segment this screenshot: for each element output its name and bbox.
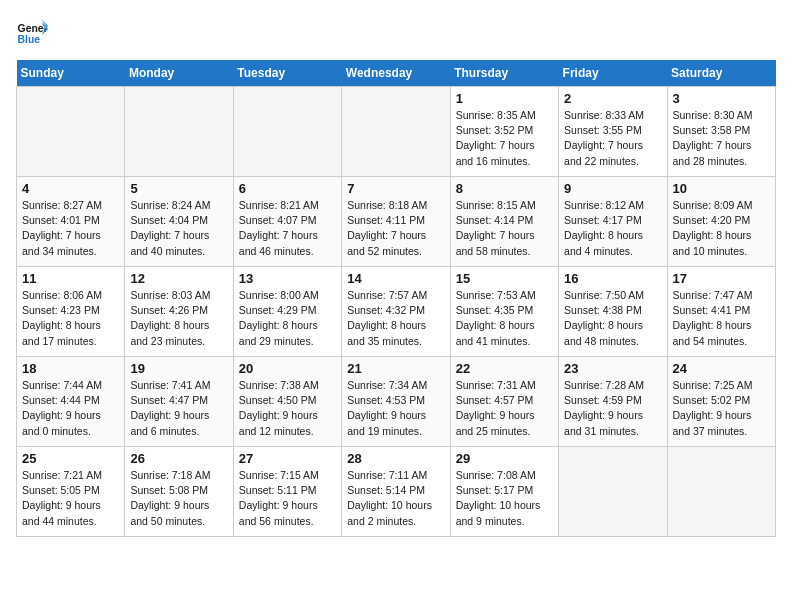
day-info: Sunrise: 7:31 AMSunset: 4:57 PMDaylight:…	[456, 378, 553, 439]
day-info: Sunrise: 8:03 AMSunset: 4:26 PMDaylight:…	[130, 288, 227, 349]
day-number: 6	[239, 181, 336, 196]
calendar-cell: 27Sunrise: 7:15 AMSunset: 5:11 PMDayligh…	[233, 447, 341, 537]
day-number: 24	[673, 361, 770, 376]
day-info: Sunrise: 8:35 AMSunset: 3:52 PMDaylight:…	[456, 108, 553, 169]
day-number: 10	[673, 181, 770, 196]
day-number: 14	[347, 271, 444, 286]
day-number: 9	[564, 181, 661, 196]
day-number: 8	[456, 181, 553, 196]
calendar-cell: 5Sunrise: 8:24 AMSunset: 4:04 PMDaylight…	[125, 177, 233, 267]
day-info: Sunrise: 8:18 AMSunset: 4:11 PMDaylight:…	[347, 198, 444, 259]
calendar-cell: 22Sunrise: 7:31 AMSunset: 4:57 PMDayligh…	[450, 357, 558, 447]
day-header-wednesday: Wednesday	[342, 60, 450, 87]
day-info: Sunrise: 7:53 AMSunset: 4:35 PMDaylight:…	[456, 288, 553, 349]
day-info: Sunrise: 8:15 AMSunset: 4:14 PMDaylight:…	[456, 198, 553, 259]
calendar-cell: 3Sunrise: 8:30 AMSunset: 3:58 PMDaylight…	[667, 87, 775, 177]
day-number: 7	[347, 181, 444, 196]
day-info: Sunrise: 7:50 AMSunset: 4:38 PMDaylight:…	[564, 288, 661, 349]
day-info: Sunrise: 8:09 AMSunset: 4:20 PMDaylight:…	[673, 198, 770, 259]
calendar-cell: 17Sunrise: 7:47 AMSunset: 4:41 PMDayligh…	[667, 267, 775, 357]
calendar-cell	[342, 87, 450, 177]
day-header-monday: Monday	[125, 60, 233, 87]
day-header-saturday: Saturday	[667, 60, 775, 87]
day-info: Sunrise: 8:00 AMSunset: 4:29 PMDaylight:…	[239, 288, 336, 349]
day-number: 28	[347, 451, 444, 466]
day-info: Sunrise: 7:38 AMSunset: 4:50 PMDaylight:…	[239, 378, 336, 439]
calendar-cell: 11Sunrise: 8:06 AMSunset: 4:23 PMDayligh…	[17, 267, 125, 357]
day-number: 1	[456, 91, 553, 106]
calendar-cell: 24Sunrise: 7:25 AMSunset: 5:02 PMDayligh…	[667, 357, 775, 447]
day-info: Sunrise: 7:15 AMSunset: 5:11 PMDaylight:…	[239, 468, 336, 529]
day-number: 19	[130, 361, 227, 376]
calendar-cell: 7Sunrise: 8:18 AMSunset: 4:11 PMDaylight…	[342, 177, 450, 267]
day-number: 16	[564, 271, 661, 286]
day-number: 23	[564, 361, 661, 376]
day-info: Sunrise: 7:18 AMSunset: 5:08 PMDaylight:…	[130, 468, 227, 529]
day-number: 2	[564, 91, 661, 106]
calendar-cell: 9Sunrise: 8:12 AMSunset: 4:17 PMDaylight…	[559, 177, 667, 267]
calendar-cell: 10Sunrise: 8:09 AMSunset: 4:20 PMDayligh…	[667, 177, 775, 267]
calendar-cell	[125, 87, 233, 177]
calendar-cell: 6Sunrise: 8:21 AMSunset: 4:07 PMDaylight…	[233, 177, 341, 267]
day-number: 15	[456, 271, 553, 286]
header: General Blue	[16, 16, 776, 48]
day-info: Sunrise: 7:28 AMSunset: 4:59 PMDaylight:…	[564, 378, 661, 439]
day-header-friday: Friday	[559, 60, 667, 87]
day-number: 26	[130, 451, 227, 466]
calendar-cell	[667, 447, 775, 537]
day-info: Sunrise: 7:21 AMSunset: 5:05 PMDaylight:…	[22, 468, 119, 529]
calendar-cell: 18Sunrise: 7:44 AMSunset: 4:44 PMDayligh…	[17, 357, 125, 447]
calendar-cell: 28Sunrise: 7:11 AMSunset: 5:14 PMDayligh…	[342, 447, 450, 537]
day-number: 3	[673, 91, 770, 106]
day-info: Sunrise: 7:47 AMSunset: 4:41 PMDaylight:…	[673, 288, 770, 349]
logo: General Blue	[16, 16, 48, 48]
day-number: 18	[22, 361, 119, 376]
calendar-cell	[233, 87, 341, 177]
calendar-cell: 23Sunrise: 7:28 AMSunset: 4:59 PMDayligh…	[559, 357, 667, 447]
day-info: Sunrise: 8:33 AMSunset: 3:55 PMDaylight:…	[564, 108, 661, 169]
day-number: 4	[22, 181, 119, 196]
calendar-cell: 13Sunrise: 8:00 AMSunset: 4:29 PMDayligh…	[233, 267, 341, 357]
svg-text:Blue: Blue	[18, 34, 41, 45]
day-number: 20	[239, 361, 336, 376]
day-number: 12	[130, 271, 227, 286]
day-number: 5	[130, 181, 227, 196]
calendar-cell: 12Sunrise: 8:03 AMSunset: 4:26 PMDayligh…	[125, 267, 233, 357]
day-info: Sunrise: 7:25 AMSunset: 5:02 PMDaylight:…	[673, 378, 770, 439]
calendar-cell: 15Sunrise: 7:53 AMSunset: 4:35 PMDayligh…	[450, 267, 558, 357]
day-number: 25	[22, 451, 119, 466]
calendar-week-5: 25Sunrise: 7:21 AMSunset: 5:05 PMDayligh…	[17, 447, 776, 537]
calendar-table: SundayMondayTuesdayWednesdayThursdayFrid…	[16, 60, 776, 537]
day-info: Sunrise: 8:24 AMSunset: 4:04 PMDaylight:…	[130, 198, 227, 259]
calendar-cell	[17, 87, 125, 177]
calendar-week-4: 18Sunrise: 7:44 AMSunset: 4:44 PMDayligh…	[17, 357, 776, 447]
calendar-cell: 14Sunrise: 7:57 AMSunset: 4:32 PMDayligh…	[342, 267, 450, 357]
day-info: Sunrise: 8:06 AMSunset: 4:23 PMDaylight:…	[22, 288, 119, 349]
calendar-cell: 19Sunrise: 7:41 AMSunset: 4:47 PMDayligh…	[125, 357, 233, 447]
calendar-cell: 4Sunrise: 8:27 AMSunset: 4:01 PMDaylight…	[17, 177, 125, 267]
calendar-cell: 8Sunrise: 8:15 AMSunset: 4:14 PMDaylight…	[450, 177, 558, 267]
calendar-cell: 25Sunrise: 7:21 AMSunset: 5:05 PMDayligh…	[17, 447, 125, 537]
day-info: Sunrise: 8:21 AMSunset: 4:07 PMDaylight:…	[239, 198, 336, 259]
day-info: Sunrise: 7:11 AMSunset: 5:14 PMDaylight:…	[347, 468, 444, 529]
day-info: Sunrise: 7:57 AMSunset: 4:32 PMDaylight:…	[347, 288, 444, 349]
logo-icon: General Blue	[16, 16, 48, 48]
day-header-thursday: Thursday	[450, 60, 558, 87]
day-info: Sunrise: 8:27 AMSunset: 4:01 PMDaylight:…	[22, 198, 119, 259]
day-info: Sunrise: 7:44 AMSunset: 4:44 PMDaylight:…	[22, 378, 119, 439]
day-number: 13	[239, 271, 336, 286]
day-number: 17	[673, 271, 770, 286]
day-header-row: SundayMondayTuesdayWednesdayThursdayFrid…	[17, 60, 776, 87]
day-info: Sunrise: 7:34 AMSunset: 4:53 PMDaylight:…	[347, 378, 444, 439]
day-info: Sunrise: 8:30 AMSunset: 3:58 PMDaylight:…	[673, 108, 770, 169]
calendar-week-2: 4Sunrise: 8:27 AMSunset: 4:01 PMDaylight…	[17, 177, 776, 267]
day-number: 27	[239, 451, 336, 466]
day-number: 29	[456, 451, 553, 466]
day-number: 11	[22, 271, 119, 286]
day-info: Sunrise: 7:08 AMSunset: 5:17 PMDaylight:…	[456, 468, 553, 529]
calendar-cell: 29Sunrise: 7:08 AMSunset: 5:17 PMDayligh…	[450, 447, 558, 537]
day-info: Sunrise: 8:12 AMSunset: 4:17 PMDaylight:…	[564, 198, 661, 259]
calendar-cell: 26Sunrise: 7:18 AMSunset: 5:08 PMDayligh…	[125, 447, 233, 537]
day-header-tuesday: Tuesday	[233, 60, 341, 87]
calendar-week-1: 1Sunrise: 8:35 AMSunset: 3:52 PMDaylight…	[17, 87, 776, 177]
